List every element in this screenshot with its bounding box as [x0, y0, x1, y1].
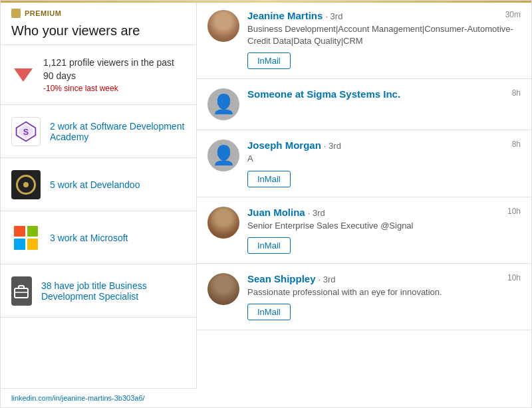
viewer-name-row-juan: Juan Molina · 3rd	[247, 207, 521, 218]
avatar-jeanine	[207, 10, 239, 42]
viewer-desc-joseph: A	[247, 153, 521, 165]
viewer-time-sean: 10h	[507, 273, 521, 282]
microsoft-logo-grid	[11, 223, 41, 253]
company-item-develandoo[interactable]: 5 work at Develandoo	[1, 158, 196, 211]
triangle-down-icon	[14, 68, 33, 82]
company-item-microsoft[interactable]: 3 work at Microsoft	[1, 211, 196, 264]
svg-rect-3	[15, 288, 28, 298]
right-panel: Jeanine Martins · 3rd Business Developme…	[197, 1, 531, 407]
premium-header: PREMIUM Who your viewers are	[1, 1, 196, 45]
inmail-button-sean[interactable]: InMail	[247, 304, 291, 320]
viewer-degree: · 3rd	[325, 11, 342, 21]
premium-icon	[11, 9, 21, 18]
viewer-info-sean: Sean Shippley · 3rd Passionate professio…	[247, 273, 521, 320]
viewer-name-sean[interactable]: Sean Shippley	[247, 273, 316, 284]
premium-badge: PREMIUM	[11, 9, 186, 18]
inmail-button-joseph[interactable]: InMail	[247, 171, 291, 187]
panel-title: Who your viewers are	[11, 22, 186, 39]
jobtitle-icon	[11, 276, 32, 306]
viewer-time-sigma: 8h	[512, 88, 521, 98]
viewer-info-juan: Juan Molina · 3rd Senior Enterprise Sale…	[247, 207, 521, 254]
develandoo-inner	[23, 182, 29, 187]
viewer-desc: Business Development|Account Management|…	[247, 23, 521, 47]
viewer-name[interactable]: Jeanine Martins	[247, 10, 323, 21]
viewer-name-row-sean: Sean Shippley · 3rd	[247, 273, 521, 284]
svg-text:S: S	[23, 127, 29, 136]
viewer-degree-juan: · 3rd	[308, 208, 325, 218]
viewer-name-sigma[interactable]: Someone at Sigma Systems Inc.	[247, 88, 400, 100]
viewer-time-juan: 10h	[507, 207, 521, 216]
viewer-item-jeanine: Jeanine Martins · 3rd Business Developme…	[197, 1, 531, 79]
viewer-desc-juan: Senior Enterprise Sales Executive @Signa…	[247, 220, 521, 232]
jobtitle-label: 38 have job title Business Development S…	[41, 280, 186, 302]
viewer-item-sigma: 👤 Someone at Sigma Systems Inc. 8h	[197, 79, 531, 130]
viewers-stat-text: 1,121 profile viewers in the past 90 day…	[43, 56, 186, 93]
main-container: PREMIUM Who your viewers are 1,121 profi…	[0, 0, 532, 408]
microsoft-logo	[11, 223, 41, 253]
footer-link[interactable]: linkedin.com/in/jeanine-martins-3b303a6/	[1, 388, 197, 407]
avatar-sean	[207, 273, 239, 305]
avatar-juan	[207, 207, 239, 239]
ms-sq-red	[14, 226, 25, 237]
viewer-info-jeanine: Jeanine Martins · 3rd Business Developme…	[247, 10, 521, 69]
viewer-name-row-sigma: Someone at Sigma Systems Inc.	[247, 88, 521, 100]
develandoo-circle	[16, 175, 36, 195]
viewers-change: -10% since last week	[43, 84, 186, 93]
sda-logo: S	[11, 117, 41, 146]
briefcase-icon	[13, 282, 30, 300]
company-item-sda[interactable]: S 2 work at Software Development Academy	[1, 105, 196, 158]
avatar-joseph: 👤	[207, 140, 239, 171]
person-icon: 👤	[212, 95, 235, 114]
viewer-item-juan: Juan Molina · 3rd Senior Enterprise Sale…	[197, 197, 531, 264]
viewer-info-joseph: Joseph Morgan · 3rd A InMail	[247, 140, 521, 187]
microsoft-label: 3 work at Microsoft	[50, 233, 128, 243]
sda-logo-svg: S	[14, 120, 38, 144]
viewers-count: 1,121 profile viewers in the past 90 day…	[43, 56, 186, 82]
viewer-degree-sean: · 3rd	[319, 274, 336, 284]
jobtitle-item[interactable]: 38 have job title Business Development S…	[1, 264, 196, 318]
viewer-name-row: Jeanine Martins · 3rd	[247, 10, 521, 21]
person-icon-joseph: 👤	[212, 146, 235, 165]
develandoo-label: 5 work at Develandoo	[50, 179, 140, 190]
viewer-desc-sean: Passionate professional with an eye for …	[247, 286, 521, 298]
viewer-name-juan[interactable]: Juan Molina	[247, 207, 305, 218]
viewer-info-sigma: Someone at Sigma Systems Inc.	[247, 88, 521, 102]
ms-sq-yellow	[27, 239, 39, 250]
viewer-name-joseph[interactable]: Joseph Morgan	[247, 140, 321, 151]
premium-label: PREMIUM	[25, 9, 61, 17]
avatar-sigma: 👤	[207, 88, 239, 120]
left-panel: PREMIUM Who your viewers are 1,121 profi…	[1, 1, 197, 407]
trend-icon	[11, 63, 35, 87]
inmail-button-jeanine[interactable]: InMail	[247, 52, 291, 69]
viewer-time: 30m	[505, 10, 521, 19]
viewer-degree-joseph: · 3rd	[324, 141, 341, 151]
inmail-button-juan[interactable]: InMail	[247, 237, 291, 254]
viewer-time-joseph: 8h	[512, 140, 521, 149]
viewer-item-joseph: 👤 Joseph Morgan · 3rd A InMail 8h	[197, 130, 531, 197]
viewers-stat[interactable]: 1,121 profile viewers in the past 90 day…	[1, 45, 196, 105]
ms-sq-blue	[14, 239, 25, 250]
sda-label: 2 work at Software Development Academy	[50, 121, 186, 142]
viewer-name-row-joseph: Joseph Morgan · 3rd	[247, 140, 521, 151]
ms-sq-green	[27, 226, 39, 237]
viewer-item-sean: Sean Shippley · 3rd Passionate professio…	[197, 264, 531, 330]
develandoo-logo	[11, 170, 41, 199]
